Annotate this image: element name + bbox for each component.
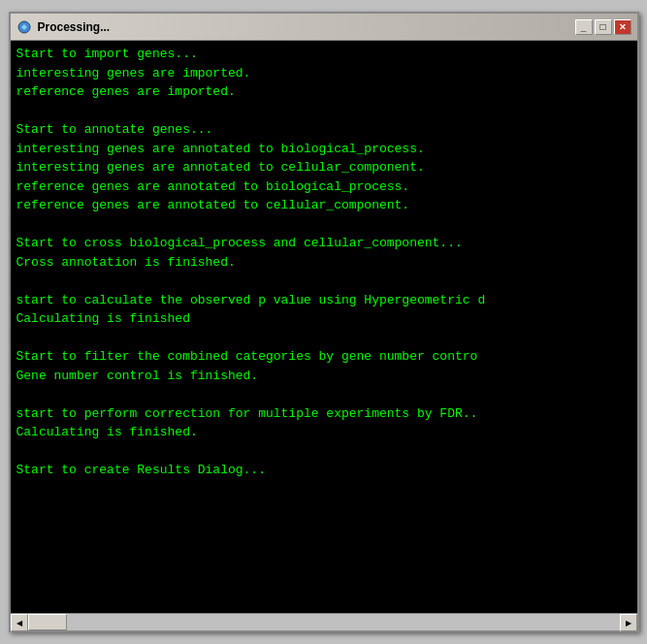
console-line	[16, 385, 631, 404]
main-content: Start to import genes...interesting gene…	[11, 41, 637, 613]
console-line: reference genes are imported.	[16, 82, 631, 102]
console-line: interesting genes are annotated to cellu…	[16, 158, 631, 177]
console-line: Start to create Results Dialog...	[16, 461, 631, 480]
horizontal-scrollbar: ◀ ▶	[11, 613, 637, 630]
console-line: Start to filter the combined categories …	[16, 347, 631, 367]
console-line: Start to cross biological_process and ce…	[16, 234, 631, 253]
console-line: Start to annotate genes...	[16, 120, 631, 140]
title-bar: Processing... _ □ ✕	[11, 14, 637, 41]
window-controls: _ □ ✕	[575, 19, 631, 35]
scroll-right-button[interactable]: ▶	[620, 614, 637, 631]
console-line	[16, 272, 631, 291]
scroll-thumb[interactable]	[28, 614, 67, 630]
console-line: interesting genes are annotated to biolo…	[16, 140, 631, 159]
console-line: Cross annotation is finished.	[16, 253, 631, 273]
scroll-left-button[interactable]: ◀	[11, 614, 28, 631]
console-line: start to calculate the observed p value …	[16, 291, 631, 310]
minimize-button[interactable]: _	[575, 19, 593, 35]
console-line: reference genes are annotated to biologi…	[16, 177, 631, 197]
console-line	[16, 442, 631, 462]
console-line	[16, 329, 631, 348]
console-line: Gene number control is finished.	[16, 367, 631, 386]
console-line	[16, 215, 631, 235]
console-line	[16, 102, 631, 121]
window-icon	[16, 19, 32, 35]
console-line: reference genes are annotated to cellula…	[16, 196, 631, 215]
processing-window: Processing... _ □ ✕ Start to import gene…	[9, 12, 639, 632]
console-line: Calculating is finished.	[16, 423, 631, 442]
window-title: Processing...	[38, 20, 575, 34]
console-line: Start to import genes...	[16, 45, 631, 64]
console-line: interesting genes are imported.	[16, 64, 631, 83]
console-output: Start to import genes...interesting gene…	[11, 41, 637, 613]
console-line: start to perform correction for multiple…	[16, 404, 631, 424]
close-button[interactable]: ✕	[614, 19, 631, 35]
console-line: Calculating is finished	[16, 309, 631, 329]
maximize-button[interactable]: □	[595, 19, 612, 35]
scroll-track[interactable]	[28, 614, 620, 630]
